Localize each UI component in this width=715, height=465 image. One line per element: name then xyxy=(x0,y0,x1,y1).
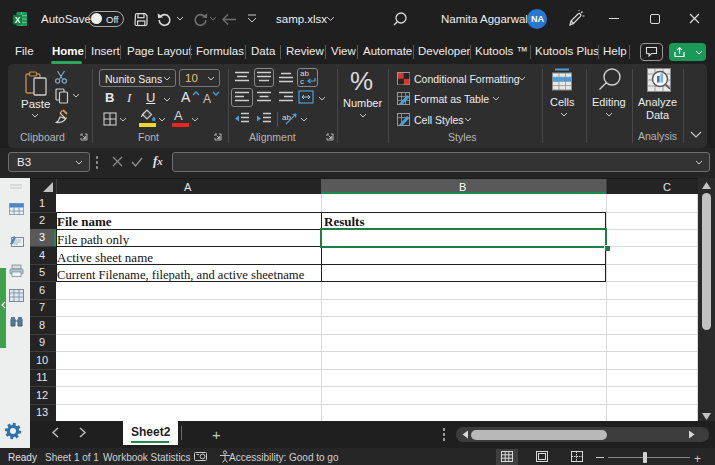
svg-text:X: X xyxy=(15,15,21,25)
